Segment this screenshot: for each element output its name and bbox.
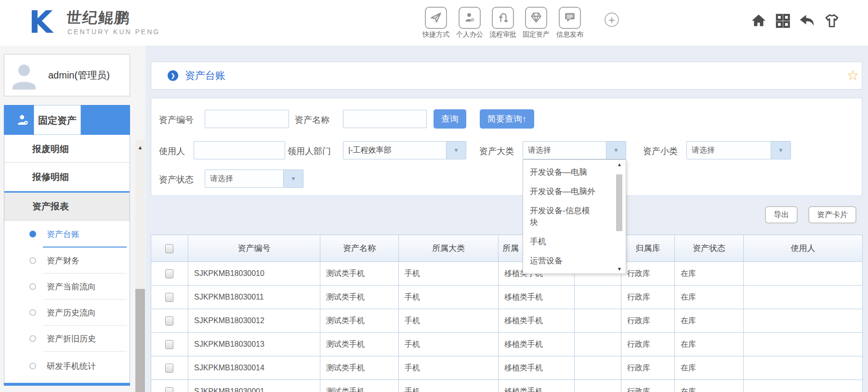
cell-user bbox=[744, 309, 863, 333]
cell-status: 在库 bbox=[675, 286, 744, 309]
person-star-icon bbox=[459, 7, 481, 29]
sidebar-item-asset-finance[interactable]: 资产财务 bbox=[4, 248, 130, 274]
nav-fixed-assets[interactable]: 固定资产 bbox=[520, 7, 552, 39]
dropdown-option[interactable]: 手机 bbox=[523, 232, 596, 251]
dropdown-option[interactable]: 运营设备 bbox=[523, 251, 596, 271]
logo-name-cn: 世纪鲲鹏 bbox=[66, 8, 131, 28]
nav-label: 信息发布 bbox=[553, 30, 586, 39]
subcategory-value: 请选择 bbox=[692, 142, 770, 159]
row-checkbox[interactable] bbox=[165, 293, 173, 302]
cell-status: 在库 bbox=[675, 356, 744, 380]
cell-status: 在库 bbox=[675, 262, 744, 286]
chevron-down-icon[interactable]: ▼ bbox=[771, 142, 790, 159]
sidebar-item-scrap-detail[interactable]: 报废明细 bbox=[4, 135, 130, 163]
status-label: 资产状态 bbox=[159, 174, 194, 185]
sidebar-item-asset-history-flow[interactable]: 资产历史流向 bbox=[4, 300, 130, 326]
sidebar-item-asset-depreciation-history[interactable]: 资产折旧历史 bbox=[4, 326, 130, 352]
col-asset-no: 资产编号 bbox=[188, 235, 320, 262]
cell-major-category: 手机 bbox=[399, 286, 499, 309]
asset-no-input[interactable] bbox=[205, 110, 289, 128]
category-dropdown-list: 开发设备—电脑 开发设备—电脑外 开发设备-信息模块 手机 运营设备 ▲ ▼ bbox=[523, 159, 626, 274]
sidebar-item-repair-detail[interactable]: 报修明细 bbox=[4, 163, 130, 191]
table-row: SJKPKMB18030001 测试类手机 手机 移植类手机 行政库 在库 bbox=[151, 380, 863, 392]
radio-icon bbox=[29, 257, 36, 264]
radio-icon bbox=[29, 283, 36, 290]
favorite-star-icon[interactable]: ☆ bbox=[847, 62, 859, 90]
sidebar-item-asset-ledger[interactable]: 资产台账 bbox=[4, 221, 130, 248]
subcategory-label: 资产小类 bbox=[643, 145, 678, 157]
cell-status: 在库 bbox=[675, 380, 744, 392]
asset-table: 资产编号 资产名称 所属大类 所属 归属库 资产状态 使用人 SJKPKMB18… bbox=[151, 235, 863, 392]
radio-icon bbox=[29, 309, 36, 316]
user-filter-input[interactable] bbox=[194, 141, 285, 159]
cell-asset-name: 测试类手机 bbox=[320, 333, 399, 356]
dropdown-option[interactable]: 开发设备-信息模块 bbox=[523, 201, 596, 232]
col-asset-name: 资产名称 bbox=[320, 235, 399, 262]
chevron-down-icon[interactable]: ▼ bbox=[446, 142, 466, 159]
nav-shortcut[interactable]: 快捷方式 bbox=[420, 7, 452, 39]
asset-no-label: 资产编号 bbox=[159, 114, 194, 126]
logo-mark: K bbox=[29, 5, 53, 39]
sidebar-scrollbar-thumb[interactable] bbox=[135, 289, 145, 392]
sidebar-scroll-up-icon[interactable]: ▲ bbox=[135, 144, 145, 150]
paper-plane-icon bbox=[425, 7, 447, 29]
cell-sub-category: 移植类手机 bbox=[499, 356, 575, 380]
sidebar-section-asset-reports[interactable]: 资产报表 bbox=[4, 191, 130, 221]
brief-search-button[interactable]: 简要查询↑ bbox=[480, 109, 534, 129]
nav-info-publish[interactable]: 信息发布 bbox=[553, 7, 586, 39]
sidebar-item-asset-current-flow[interactable]: 资产当前流向 bbox=[4, 274, 130, 300]
subcategory-select[interactable]: 请选择 ▼ bbox=[686, 141, 791, 159]
dropdown-scrollbar[interactable]: ▲ ▼ bbox=[615, 162, 624, 272]
row-checkbox[interactable] bbox=[165, 387, 173, 392]
scroll-up-icon[interactable]: ▲ bbox=[615, 162, 624, 167]
back-arrow-icon[interactable] bbox=[799, 13, 815, 29]
search-button[interactable]: 查询 bbox=[434, 109, 466, 129]
dropdown-option[interactable]: 开发设备—电脑 bbox=[523, 163, 596, 182]
col-major-category: 所属大类 bbox=[399, 235, 499, 262]
shirt-theme-icon[interactable] bbox=[824, 13, 840, 29]
speech-bubble-icon bbox=[559, 7, 581, 29]
export-button[interactable]: 导出 bbox=[765, 206, 798, 223]
sidebar-section-fixed-assets[interactable]: 固定资产 bbox=[4, 105, 130, 135]
status-select[interactable]: 请选择 ▼ bbox=[205, 170, 303, 188]
row-checkbox[interactable] bbox=[165, 269, 173, 278]
nav-personal-office[interactable]: 个人办公 bbox=[453, 7, 486, 39]
cell-hidden bbox=[575, 333, 621, 356]
current-user-label: admin(管理员) bbox=[48, 54, 110, 96]
cell-warehouse: 行政库 bbox=[621, 286, 675, 309]
sidebar-section-label: 固定资产 bbox=[34, 105, 81, 135]
sidebar-item-label: 资产当前流向 bbox=[47, 274, 96, 300]
radio-selected-icon bbox=[29, 231, 36, 237]
nav-workflow-approval[interactable]: 流程审批 bbox=[487, 7, 519, 39]
category-select[interactable]: 请选择 ▼ bbox=[523, 141, 626, 159]
grid-apps-icon[interactable] bbox=[775, 13, 791, 29]
sidebar-item-label: 研发手机统计 bbox=[47, 352, 96, 380]
asset-card-button[interactable]: 资产卡片 bbox=[808, 206, 856, 223]
row-checkbox[interactable] bbox=[165, 340, 173, 349]
scroll-down-icon[interactable]: ▼ bbox=[615, 266, 624, 272]
cell-asset-name: 测试类手机 bbox=[320, 380, 399, 392]
table-row: SJKPKMB18030014 测试类手机 手机 移植类手机 行政库 在库 bbox=[151, 356, 863, 380]
asset-name-input[interactable] bbox=[343, 110, 427, 128]
cell-asset-no: SJKPKMB18030014 bbox=[188, 356, 320, 380]
dropdown-option[interactable]: 开发设备—电脑外 bbox=[523, 182, 596, 201]
chevron-down-icon[interactable]: ▼ bbox=[606, 142, 626, 159]
dropdown-scrollbar-thumb[interactable] bbox=[616, 174, 622, 231]
cell-major-category: 手机 bbox=[399, 309, 499, 333]
row-checkbox[interactable] bbox=[165, 316, 173, 326]
cell-status: 在库 bbox=[675, 333, 744, 356]
asset-name-label: 资产名称 bbox=[295, 114, 329, 126]
nav-label: 个人办公 bbox=[453, 30, 486, 39]
col-warehouse: 归属库 bbox=[621, 235, 675, 262]
select-all-checkbox[interactable] bbox=[165, 244, 173, 253]
sidebar-item-rd-phone-stats[interactable]: 研发手机统计 bbox=[4, 352, 130, 380]
cell-asset-name: 测试类手机 bbox=[320, 309, 399, 333]
add-shortcut-button[interactable]: + bbox=[605, 13, 619, 27]
row-checkbox[interactable] bbox=[165, 364, 173, 373]
home-icon[interactable] bbox=[750, 13, 767, 29]
cell-user bbox=[744, 333, 863, 356]
table-row: SJKPKMB18030010 测试类手机 手机 移植类手机 行政库 在库 bbox=[151, 262, 863, 286]
chevron-down-icon[interactable]: ▼ bbox=[283, 170, 303, 187]
department-select[interactable]: |-工程效率部 ▼ bbox=[343, 141, 466, 159]
diamond-icon bbox=[525, 7, 547, 29]
